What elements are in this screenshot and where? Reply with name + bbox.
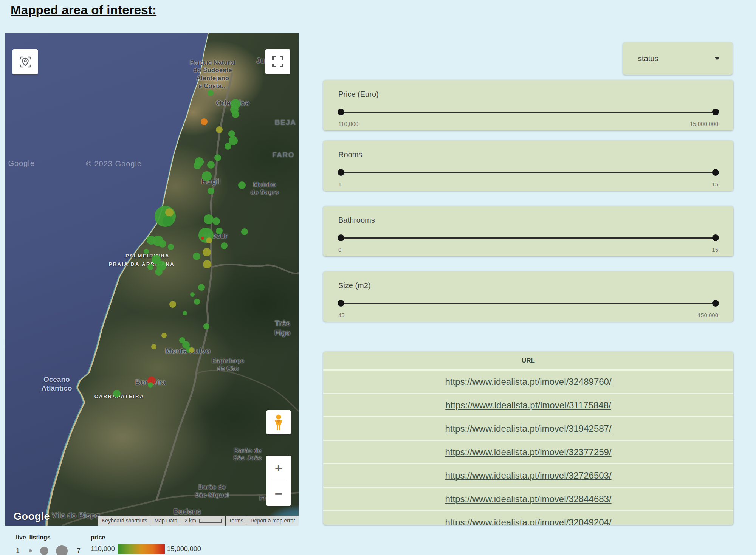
- listing-marker[interactable]: [183, 311, 187, 315]
- size-slider-card: Size (m2) 45 150,000: [323, 271, 733, 322]
- listing-marker[interactable]: [190, 292, 195, 297]
- table-row: https://www.idealista.pt/imovel/32726503…: [323, 463, 733, 487]
- price-slider-label: Price (Euro): [338, 90, 718, 99]
- location-pin-icon: [18, 55, 33, 69]
- price-slider-handle-max[interactable]: [712, 109, 719, 115]
- url-column-header: URL: [323, 352, 733, 369]
- listing-marker[interactable]: [238, 181, 246, 189]
- listing-marker[interactable]: [144, 249, 149, 254]
- size-legend-title: live_listings: [16, 534, 51, 541]
- rooms-slider-track[interactable]: [338, 172, 718, 173]
- price-gradient-bar: [118, 544, 165, 554]
- table-row: https://www.idealista.pt/imovel/32377259…: [323, 440, 733, 463]
- size-max-value: 150,000: [698, 312, 718, 318]
- listing-marker[interactable]: [216, 126, 223, 133]
- keyboard-shortcuts-link[interactable]: Keyboard shortcuts: [98, 516, 151, 526]
- listing-marker[interactable]: [193, 253, 200, 260]
- listing-marker[interactable]: [194, 162, 201, 169]
- price-min-value: 110,000: [338, 121, 358, 127]
- listing-link[interactable]: https://www.idealista.pt/imovel/32489760…: [445, 377, 611, 387]
- listing-marker[interactable]: [163, 216, 173, 226]
- listing-marker[interactable]: [204, 214, 214, 224]
- bathrooms-min-value: 0: [338, 246, 341, 253]
- listing-link[interactable]: https://www.idealista.pt/imovel/31942587…: [445, 423, 611, 434]
- listing-marker[interactable]: [208, 188, 214, 194]
- listing-marker[interactable]: [161, 333, 167, 338]
- status-dropdown-label: status: [638, 54, 658, 63]
- rooms-max-value: 15: [712, 181, 718, 188]
- report-map-error-link[interactable]: Report a map error: [247, 516, 299, 526]
- listing-marker[interactable]: [113, 390, 121, 397]
- map-data-link[interactable]: Map Data: [151, 516, 181, 526]
- listing-marker[interactable]: [159, 240, 166, 248]
- size-slider-handle-max[interactable]: [712, 300, 719, 307]
- listing-marker[interactable]: [212, 217, 220, 225]
- listing-marker[interactable]: [198, 284, 205, 291]
- price-max-value: 15,000,000: [690, 121, 718, 127]
- listing-marker[interactable]: [232, 110, 239, 118]
- size-min-value: 45: [338, 312, 345, 318]
- google-logo[interactable]: Google: [14, 511, 50, 522]
- area-select-button[interactable]: [12, 49, 38, 74]
- bathrooms-slider-handle-min[interactable]: [338, 234, 344, 241]
- map-scale[interactable]: 2 km: [181, 516, 225, 526]
- zoom-control: + −: [266, 456, 291, 506]
- size-legend-max: 7: [77, 547, 81, 555]
- listing-marker[interactable]: [151, 344, 156, 349]
- bathrooms-slider-handle-max[interactable]: [712, 234, 719, 241]
- listing-marker[interactable]: [225, 143, 231, 150]
- page-title: Mapped area of interest:: [11, 3, 156, 17]
- rooms-slider-label: Rooms: [338, 150, 718, 159]
- size-slider-handle-min[interactable]: [338, 300, 344, 307]
- fullscreen-button[interactable]: [265, 49, 290, 74]
- listing-link[interactable]: https://www.idealista.pt/imovel/32844683…: [445, 494, 611, 504]
- listing-marker[interactable]: [207, 161, 215, 169]
- listing-marker[interactable]: [169, 301, 176, 308]
- listing-marker[interactable]: [214, 154, 221, 161]
- listing-marker[interactable]: [203, 260, 211, 268]
- bathrooms-slider-track[interactable]: [338, 237, 718, 239]
- zoom-out-button[interactable]: −: [266, 481, 291, 506]
- table-row: https://www.idealista.pt/imovel/32489760…: [323, 369, 733, 393]
- zoom-in-button[interactable]: +: [266, 456, 291, 481]
- size-legend-dot-small: [29, 549, 32, 552]
- bathrooms-slider-card: Bathrooms 0 15: [323, 206, 733, 256]
- listing-marker[interactable]: [202, 171, 212, 181]
- listing-marker[interactable]: [168, 244, 174, 250]
- listing-marker[interactable]: [165, 208, 174, 217]
- listing-marker[interactable]: [194, 299, 200, 305]
- table-row: https://www.idealista.pt/imovel/31942587…: [323, 416, 733, 440]
- listing-marker[interactable]: [148, 382, 153, 388]
- listing-link[interactable]: https://www.idealista.pt/imovel/31175848…: [445, 400, 611, 411]
- listing-link[interactable]: https://www.idealista.pt/imovel/32726503…: [445, 470, 611, 481]
- rooms-slider-handle-min[interactable]: [338, 169, 344, 176]
- rooms-slider-handle-max[interactable]: [712, 169, 719, 176]
- listing-marker[interactable]: [201, 118, 208, 125]
- listing-marker[interactable]: [208, 90, 214, 96]
- pegman-button[interactable]: [266, 410, 291, 434]
- size-legend-min: 1: [16, 547, 20, 555]
- map-canvas[interactable]: Parque Natural do Sudoeste Alentejano e …: [5, 33, 299, 526]
- listing-marker[interactable]: [206, 237, 212, 243]
- listing-marker[interactable]: [241, 228, 248, 235]
- price-slider-handle-min[interactable]: [338, 109, 344, 115]
- listing-marker[interactable]: [189, 347, 194, 353]
- listing-marker[interactable]: [147, 264, 153, 270]
- size-legend-dot-large: [56, 545, 68, 555]
- color-legend-title: price: [91, 534, 105, 541]
- table-row: https://www.idealista.pt/imovel/32844683…: [323, 487, 733, 510]
- listing-marker[interactable]: [216, 228, 223, 234]
- listing-marker[interactable]: [203, 323, 209, 329]
- listing-marker[interactable]: [201, 237, 204, 240]
- size-slider-label: Size (m2): [338, 281, 718, 290]
- price-slider-track[interactable]: [338, 112, 718, 113]
- status-dropdown[interactable]: status: [623, 42, 733, 75]
- listing-link[interactable]: https://www.idealista.pt/imovel/32377259…: [445, 447, 611, 457]
- listing-marker[interactable]: [221, 242, 228, 249]
- listing-marker[interactable]: [155, 268, 163, 276]
- terms-link[interactable]: Terms: [226, 516, 247, 526]
- size-slider-track[interactable]: [338, 303, 718, 304]
- listing-marker[interactable]: [203, 248, 211, 256]
- table-row: https://www.idealista.pt/imovel/31175848…: [323, 393, 733, 416]
- listing-link[interactable]: https://www.idealista.pt/imovel/32049204…: [445, 517, 611, 525]
